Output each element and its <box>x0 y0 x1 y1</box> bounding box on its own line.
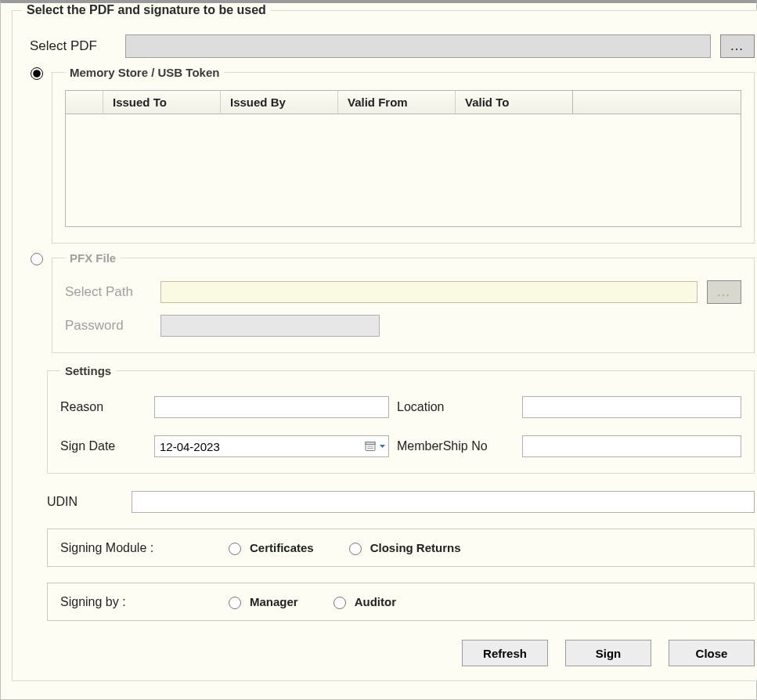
pfx-path-row: Select Path ... <box>65 280 741 304</box>
main-legend: Select the PDF and signature to be used <box>22 3 271 17</box>
pfx-file-radio[interactable] <box>31 253 43 265</box>
certificate-table[interactable]: Issued To Issued By Valid From Valid To <box>65 90 741 227</box>
settings-fieldset: Settings Reason Location Sign Date <box>47 364 755 474</box>
signing-module-certificates-option[interactable]: Certificates <box>225 540 314 555</box>
location-input[interactable] <box>522 396 741 418</box>
sign-date-picker-button[interactable] <box>365 440 386 453</box>
select-pdf-label: Select PDF <box>30 38 116 54</box>
signing-module-closing-returns-text: Closing Returns <box>370 541 461 554</box>
svg-rect-1 <box>366 442 375 445</box>
pfx-source-block: PFX File Select Path ... Password <box>27 251 755 353</box>
settings-legend: Settings <box>60 364 116 377</box>
settings-block: Settings Reason Location Sign Date <box>47 364 755 666</box>
sign-button[interactable]: Sign <box>565 640 651 666</box>
pfx-file-fieldset: PFX File Select Path ... Password <box>52 251 755 353</box>
select-pdf-row: Select PDF ... <box>30 34 755 58</box>
signing-by-auditor-radio[interactable] <box>333 597 346 609</box>
memory-store-fieldset: Memory Store / USB Token Issued To Issue… <box>52 66 755 244</box>
close-button[interactable]: Close <box>669 640 755 666</box>
signing-by-auditor-text: Auditor <box>355 595 396 608</box>
signing-module-closing-returns-option[interactable]: Closing Returns <box>345 540 461 555</box>
location-label: Location <box>397 400 514 414</box>
membership-input[interactable] <box>522 435 741 457</box>
certificate-col-issued-by: Issued By <box>221 91 338 114</box>
certificate-table-header: Issued To Issued By Valid From Valid To <box>66 91 741 114</box>
sign-date-label: Sign Date <box>60 439 146 453</box>
browse-pdf-button[interactable]: ... <box>720 34 755 58</box>
dialog-root: Select the PDF and signature to be used … <box>0 0 757 700</box>
pfx-password-label: Password <box>65 318 151 334</box>
memory-store-radio[interactable] <box>31 67 43 80</box>
signing-module-certificates-radio[interactable] <box>229 543 241 555</box>
certificate-col-selector <box>66 91 103 114</box>
pfx-password-input[interactable] <box>160 315 380 337</box>
reason-label: Reason <box>60 400 146 414</box>
udin-label: UDIN <box>47 495 117 509</box>
signing-by-auditor-option[interactable]: Auditor <box>330 594 396 609</box>
signing-by-box: Signing by : Manager Auditor <box>47 583 755 621</box>
udin-input[interactable] <box>132 491 755 513</box>
memory-source-block: Memory Store / USB Token Issued To Issue… <box>27 66 755 244</box>
udin-row: UDIN <box>47 491 755 513</box>
settings-grid: Reason Location Sign Date <box>60 396 741 457</box>
memory-store-legend: Memory Store / USB Token <box>65 66 224 79</box>
signing-module-label: Signing Module : <box>60 541 193 555</box>
signing-by-manager-text: Manager <box>250 595 298 608</box>
pfx-file-legend: PFX File <box>65 251 121 265</box>
reason-input[interactable] <box>154 396 389 418</box>
pfx-password-row: Password <box>65 315 741 337</box>
signing-module-box: Signing Module : Certificates Closing Re… <box>47 529 755 567</box>
signing-by-manager-option[interactable]: Manager <box>225 594 298 609</box>
membership-label: MemberShip No <box>397 439 514 453</box>
signing-module-certificates-text: Certificates <box>250 541 314 554</box>
calendar-icon <box>365 440 377 453</box>
browse-pfx-button[interactable]: ... <box>707 280 741 304</box>
signing-by-manager-radio[interactable] <box>229 597 241 609</box>
select-pdf-path-display <box>125 34 711 58</box>
chevron-down-icon <box>379 440 386 453</box>
certificate-col-valid-to: Valid To <box>456 91 573 114</box>
signing-module-closing-returns-radio[interactable] <box>349 543 362 555</box>
button-row: Refresh Sign Close <box>47 640 755 666</box>
main-fieldset: Select the PDF and signature to be used … <box>12 3 757 681</box>
certificate-col-valid-from: Valid From <box>338 91 456 114</box>
certificate-col-issued-to: Issued To <box>103 91 221 114</box>
sign-date-wrap <box>154 435 389 457</box>
pfx-select-path-label: Select Path <box>65 284 151 300</box>
refresh-button[interactable]: Refresh <box>462 640 548 666</box>
sign-date-input[interactable] <box>154 435 389 457</box>
pfx-path-display <box>160 281 698 303</box>
signing-by-label: Signing by : <box>60 595 193 609</box>
